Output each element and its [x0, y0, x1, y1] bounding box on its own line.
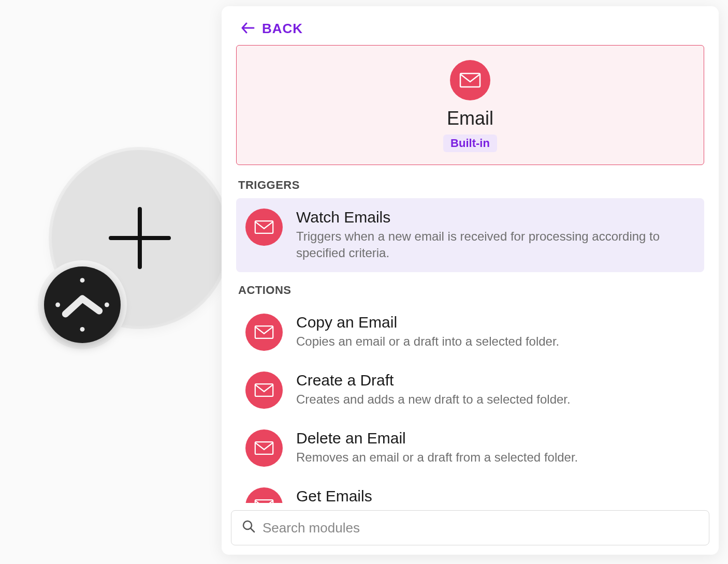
svg-rect-6 — [255, 326, 273, 338]
svg-point-1 — [80, 327, 85, 332]
module-desc: Triggers when a new email is received fo… — [296, 228, 695, 262]
module-delete-email[interactable]: Delete an Email Removes an email or a dr… — [236, 419, 704, 477]
module-title: Watch Emails — [296, 209, 695, 226]
panel-scroll-area[interactable]: Email Built-in TRIGGERS Watch Emails Tri… — [222, 42, 719, 503]
module-desc: Creates and adds a new draft to a select… — [296, 391, 695, 408]
module-title: Delete an Email — [296, 429, 695, 447]
svg-rect-7 — [255, 384, 273, 396]
arrow-left-icon — [241, 22, 255, 36]
canvas-area — [21, 145, 207, 352]
envelope-icon — [245, 487, 283, 503]
clock-icon — [44, 266, 121, 343]
search-input[interactable] — [263, 520, 698, 536]
back-label: BACK — [262, 21, 303, 37]
section-triggers-label: TRIGGERS — [238, 179, 704, 192]
module-title: Copy an Email — [296, 314, 695, 331]
plus-icon — [109, 207, 171, 269]
email-app-icon — [450, 60, 490, 100]
back-button[interactable]: BACK — [222, 6, 719, 42]
envelope-icon — [245, 314, 283, 351]
module-watch-emails[interactable]: Watch Emails Triggers when a new email i… — [236, 198, 704, 272]
schedule-clock-node[interactable] — [44, 266, 121, 343]
builtin-badge: Built-in — [443, 135, 497, 152]
search-bar — [222, 503, 719, 555]
module-title: Get Emails — [296, 487, 695, 503]
module-desc: Removes an email or a draft from a selec… — [296, 449, 695, 466]
search-icon — [242, 520, 255, 537]
module-copy-email[interactable]: Copy an Email Copies an email or a draft… — [236, 303, 704, 361]
module-create-draft[interactable]: Create a Draft Creates and adds a new dr… — [236, 361, 704, 419]
envelope-icon — [459, 72, 481, 88]
svg-point-2 — [55, 303, 60, 307]
svg-rect-4 — [460, 73, 480, 87]
svg-point-0 — [80, 278, 85, 283]
app-title: Email — [447, 108, 493, 129]
svg-rect-5 — [255, 221, 273, 233]
svg-point-3 — [105, 303, 109, 307]
envelope-icon — [245, 429, 283, 467]
module-picker-panel: BACK Email Built-in TRIGGERS Watch Email… — [222, 6, 719, 555]
svg-rect-8 — [255, 442, 273, 454]
module-get-emails[interactable]: Get Emails — [236, 477, 704, 503]
section-actions-label: ACTIONS — [238, 284, 704, 297]
app-card-email: Email Built-in — [236, 45, 704, 165]
module-title: Create a Draft — [296, 372, 695, 389]
svg-line-11 — [251, 528, 254, 532]
envelope-icon — [245, 209, 283, 246]
envelope-icon — [245, 372, 283, 409]
module-desc: Copies an email or a draft into a select… — [296, 333, 695, 350]
